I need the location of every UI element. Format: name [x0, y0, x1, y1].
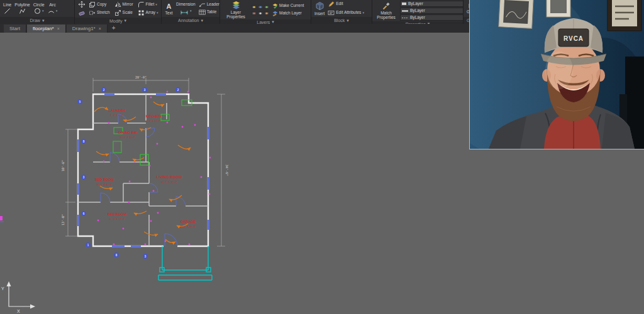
layer-lock-icon[interactable] — [264, 4, 269, 9]
layer-properties-icon — [231, 1, 241, 9]
edit-attributes-tool[interactable]: Edit Attributes▾ — [328, 9, 364, 16]
linetype-dropdown[interactable]: ByLayer ▾ — [400, 14, 464, 21]
stretch-tool[interactable]: Stretch — [89, 9, 110, 16]
mirror-tool[interactable]: Mirror — [114, 1, 133, 8]
text-tool[interactable]: A Text — [165, 2, 173, 15]
leader-tool[interactable]: Leader — [199, 2, 219, 8]
line-icon — [4, 8, 11, 14]
edit-block-tool[interactable]: Edit — [328, 1, 364, 8]
match-properties-icon — [382, 2, 391, 10]
svg-text:10'-6": 10'-6" — [61, 160, 65, 171]
mirror-icon — [114, 1, 121, 8]
room-labels: LAUNDRY 6'-0" X 8'-0" KITCHEN 9'-0" X 11… — [95, 109, 196, 228]
match-layer-tool[interactable]: Match Layer — [272, 11, 304, 16]
layer-unisolate-icon[interactable] — [264, 11, 269, 16]
copy-tool[interactable]: Copy — [89, 1, 110, 8]
new-tab-button[interactable]: + — [112, 25, 116, 31]
dropdown-icon: ▾ — [272, 19, 274, 24]
dimension-text: 28'-0" 34'-6" 10'-6" 13'-0" — [61, 75, 229, 225]
array-icon — [138, 9, 145, 16]
layer-isolate-icon[interactable] — [252, 11, 257, 16]
wall-frame-1 — [499, 0, 534, 28]
tab-drawing1[interactable]: Drawing1*× — [67, 24, 108, 33]
close-icon[interactable]: × — [99, 26, 101, 31]
svg-text:Y: Y — [1, 286, 4, 291]
svg-text:A: A — [167, 3, 172, 10]
dropdown-icon: ▾ — [157, 11, 158, 14]
webcam-scene: RVCA — [470, 0, 644, 149]
layer-freeze-icon[interactable] — [258, 4, 263, 9]
dropdown-icon: ▾ — [42, 18, 45, 23]
dropdown-icon: ▾ — [347, 18, 349, 23]
edit-attributes-icon — [328, 9, 335, 16]
panel-label-annotation[interactable]: Annotation▾ — [162, 17, 219, 24]
arc-icon — [48, 8, 55, 14]
circle-tool[interactable]: Circle ▾ — [33, 3, 45, 14]
move-tool-icon[interactable] — [78, 1, 86, 8]
dropdown-icon: ▾ — [56, 9, 58, 13]
dropdown-icon: ▾ — [190, 9, 192, 13]
svg-text:KITCHEN: KITCHEN — [146, 114, 161, 118]
insert-icon — [315, 1, 325, 11]
svg-text:BED ROOM: BED ROOM — [108, 212, 127, 216]
make-current-tool[interactable]: Make Current — [272, 3, 304, 9]
match-properties-tool[interactable]: Match Properties — [375, 2, 397, 19]
panel-label-modify[interactable]: Modify▾ — [75, 18, 161, 24]
layer-on-icon[interactable] — [252, 4, 257, 9]
ucs-labels: Y X — [1, 286, 20, 313]
fillet-tool[interactable]: Fillet▾ — [138, 1, 158, 8]
close-icon[interactable]: × — [57, 26, 60, 31]
svg-text:GARAGE: GARAGE — [180, 220, 196, 224]
svg-text:13'-0": 13'-0" — [61, 214, 65, 225]
pencil-icon — [328, 1, 335, 8]
arc-tool[interactable]: Arc ▾ — [48, 3, 58, 14]
tab-start[interactable]: Start — [4, 24, 26, 33]
ribbon-panel-layers: Layer Properties Make Current Match Laye… — [220, 0, 311, 24]
dimension-tool[interactable]: Dimension ▾ — [176, 3, 196, 14]
polyline-tool[interactable]: Polyline — [14, 3, 30, 14]
dimension-icon — [180, 8, 189, 14]
ribbon-panel-modify: Copy Stretch Mirror Scale Fillet▾ Array▾… — [75, 0, 162, 24]
ribbon-panel-properties: Match Properties ByLayer ▾ ByLayer ▾ ByL… — [372, 0, 464, 24]
svg-text:10'-0" X 12'-0": 10'-0" X 12'-0" — [96, 183, 113, 186]
linetype-icon — [402, 16, 408, 19]
svg-text:DINING RM: DINING RM — [118, 131, 137, 134]
layer-off-icon[interactable] — [258, 11, 263, 16]
insert-tool[interactable]: Insert — [314, 1, 325, 16]
dropdown-icon: ▾ — [155, 3, 157, 6]
ribbon-panel-block: Insert Edit Edit Attributes▾ Block▾ — [311, 0, 372, 24]
wall-frame-3 — [608, 0, 641, 31]
webcam-overlay: RVCA — [469, 0, 644, 149]
line-tool[interactable]: Line — [3, 3, 11, 14]
array-tool[interactable]: Array▾ — [138, 9, 158, 16]
lineweight-icon — [402, 9, 408, 13]
object-color-dropdown[interactable]: ByLayer ▾ — [400, 1, 464, 7]
svg-text:6'-0" X 8'-0": 6'-0" X 8'-0" — [111, 114, 124, 117]
svg-text:28'-0": 28'-0" — [135, 75, 147, 79]
color-swatch — [402, 3, 406, 5]
dropdown-icon: ▾ — [125, 18, 127, 23]
tab-floorplan[interactable]: floorplan*× — [27, 24, 66, 33]
panel-label-layers[interactable]: Layers▾ — [220, 19, 311, 24]
svg-text:9'-0" X 11'-0": 9'-0" X 11'-0" — [147, 119, 161, 122]
copy-icon — [89, 1, 96, 8]
origin-marker — [0, 216, 4, 222]
lineweight-dropdown[interactable]: ByLayer ▾ — [400, 8, 464, 14]
front-door-opening — [164, 244, 177, 249]
panel-label-draw[interactable]: Draw▾ — [0, 17, 74, 24]
leader-icon — [199, 2, 206, 8]
svg-text:34'-6": 34'-6" — [225, 165, 229, 176]
svg-text:12'-0" X 13'-0": 12'-0" X 13'-0" — [109, 217, 125, 220]
svg-text:11'-6" X 19'-0": 11'-6" X 19'-0" — [180, 225, 197, 228]
table-tool[interactable]: Table — [199, 9, 219, 15]
dropdown-icon: ▾ — [362, 11, 364, 14]
layer-properties-tool[interactable]: Layer Properties — [223, 1, 248, 19]
svg-text:14'-6" X 19'-0": 14'-6" X 19'-0" — [161, 180, 178, 183]
stretch-icon — [89, 9, 96, 16]
erase-tool-icon[interactable] — [78, 9, 86, 17]
panel-label-block[interactable]: Block▾ — [311, 17, 372, 24]
match-layer-icon — [272, 11, 278, 16]
scale-tool[interactable]: Scale — [114, 9, 133, 16]
svg-text:BED ROOM: BED ROOM — [95, 178, 114, 181]
svg-text:X: X — [17, 309, 20, 313]
